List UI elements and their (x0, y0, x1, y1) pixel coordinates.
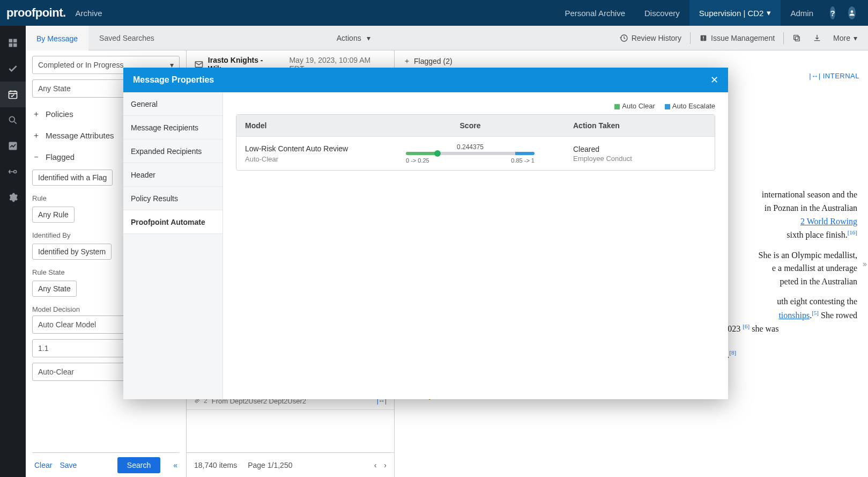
copy-button[interactable] (789, 32, 804, 45)
svg-rect-10 (703, 36, 703, 39)
plus-icon: ＋ (32, 109, 40, 119)
tabs-row: By Message Saved Searches Actions▾ Revie… (26, 26, 868, 50)
swatch-auto-clear (614, 104, 620, 109)
swatch-auto-escalate (665, 104, 670, 109)
rule-chip[interactable]: Any Rule (32, 207, 75, 223)
rail-flow[interactable] (0, 159, 26, 185)
issue-management-button[interactable]: Issue Management (696, 32, 778, 45)
message-properties-modal: Message Properties ✕ General Message Rec… (123, 68, 728, 399)
svg-rect-12 (795, 36, 799, 41)
chevron-down-icon: ▾ (767, 8, 771, 18)
score-bar (406, 152, 535, 155)
identified-by-chip[interactable]: Identified by System (32, 244, 112, 260)
rule-state-chip[interactable]: Any State (32, 281, 77, 297)
col-header-model: Model (236, 115, 376, 136)
modal-nav-general[interactable]: General (123, 92, 222, 116)
modal-title: Message Properties (133, 75, 214, 85)
issue-icon (699, 34, 708, 42)
tab-saved-searches[interactable]: Saved Searches (88, 26, 165, 50)
svg-rect-1 (9, 39, 13, 43)
score-value: 0.244375 (406, 143, 535, 151)
actions-dropdown[interactable]: Actions▾ (337, 34, 378, 42)
model-sub: Auto-Clear (245, 155, 367, 163)
model-name: Low-Risk Content Auto Review (245, 144, 367, 153)
rail-search[interactable] (0, 107, 26, 133)
account-button[interactable] (842, 0, 862, 26)
svg-point-8 (14, 171, 17, 173)
score-low-label: 0 -> 0.25 (406, 157, 429, 164)
tab-by-message[interactable]: By Message (26, 26, 88, 50)
rail-check[interactable] (0, 56, 26, 82)
nav-supervision[interactable]: Supervision | CD2 ▾ (689, 0, 781, 26)
svg-point-0 (851, 10, 854, 13)
table-row: Low-Risk Content Auto Review Auto-Clear … (236, 136, 715, 170)
rail-trend[interactable] (0, 133, 26, 159)
col-header-score: Score (376, 115, 565, 136)
svg-rect-3 (9, 43, 13, 47)
next-page-button[interactable]: › (384, 461, 387, 469)
rail-settings[interactable] (0, 185, 26, 210)
modal-nav: General Message Recipients Expanded Reci… (123, 92, 223, 399)
score-bar-blue (515, 152, 535, 155)
minus-icon: － (32, 152, 40, 162)
rail-dashboard[interactable] (0, 30, 26, 56)
identified-flag-chip[interactable]: Identified with a Flag (32, 170, 113, 186)
nav-admin[interactable]: Admin (781, 0, 823, 26)
search-button[interactable]: Search (117, 457, 160, 473)
help-icon: ? (830, 6, 835, 19)
nav-personal-archive[interactable]: Personal Archive (555, 0, 635, 26)
left-rail (0, 26, 26, 477)
history-icon (620, 34, 628, 42)
help-button[interactable]: ? (823, 0, 842, 26)
more-dropdown[interactable]: More▾ (830, 32, 860, 45)
svg-rect-2 (13, 39, 17, 43)
action-name: Cleared (573, 145, 706, 153)
review-history-button[interactable]: Review History (617, 32, 685, 45)
action-sub: Employee Conduct (573, 155, 706, 163)
clear-link[interactable]: Clear (34, 461, 52, 469)
collapse-content-icon[interactable]: » (862, 256, 868, 271)
copy-icon (792, 34, 801, 42)
product-name: Archive (76, 9, 102, 18)
plus-icon: ＋ (32, 130, 40, 141)
add-flag-button[interactable]: ＋ Flagged (2) (403, 56, 452, 66)
svg-point-6 (9, 116, 14, 122)
collapse-filters-icon[interactable]: « (173, 461, 177, 469)
modal-nav-header[interactable]: Header (123, 163, 222, 187)
download-button[interactable] (810, 32, 825, 45)
rail-calendar[interactable] (0, 82, 26, 107)
modal-nav-message-recipients[interactable]: Message Recipients (123, 116, 222, 140)
score-dot (434, 150, 441, 157)
svg-rect-5 (9, 91, 17, 98)
content-link[interactable]: tionships (778, 311, 810, 320)
prev-page-button[interactable]: ‹ (374, 461, 377, 469)
svg-rect-11 (703, 39, 703, 40)
page-indicator: Page 1/1,250 (248, 461, 292, 469)
modal-nav-proofpoint-automate[interactable]: Proofpoint Automate (123, 210, 222, 234)
close-button[interactable]: ✕ (710, 74, 718, 86)
user-icon (848, 6, 856, 19)
brand-logo: proofpoint. (6, 6, 66, 20)
content-link[interactable]: 2 World Rowing (800, 217, 857, 226)
internal-tag: |↔| INTERNAL (809, 72, 859, 80)
item-count: 18,740 items (194, 461, 237, 469)
nav-discovery[interactable]: Discovery (635, 0, 689, 26)
plus-icon: ＋ (403, 56, 411, 66)
automate-table: Model Score Action Taken Low-Risk Conten… (236, 114, 715, 171)
col-header-action: Action Taken (565, 115, 715, 136)
modal-nav-policy-results[interactable]: Policy Results (123, 187, 222, 210)
chevron-down-icon: ▾ (367, 34, 370, 42)
svg-rect-13 (794, 35, 798, 39)
download-icon (813, 34, 821, 42)
chart-legend: Auto Clear Auto Escalate (236, 102, 715, 110)
top-navbar: proofpoint. Archive Personal Archive Dis… (0, 0, 868, 26)
score-high-label: 0.85 -> 1 (511, 157, 535, 164)
modal-content: Auto Clear Auto Escalate Model Score Act… (223, 92, 728, 399)
save-link[interactable]: Save (60, 461, 77, 469)
modal-nav-expanded-recipients[interactable]: Expanded Recipients (123, 140, 222, 163)
score-bar-green (406, 152, 438, 155)
svg-rect-4 (13, 43, 17, 47)
chevron-down-icon: ▾ (854, 34, 857, 42)
